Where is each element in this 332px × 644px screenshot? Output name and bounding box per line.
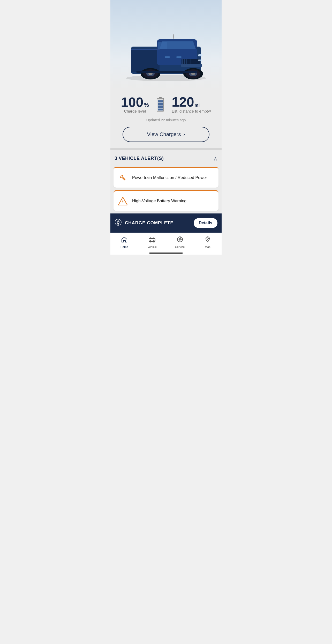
- alert-text-powertrain: Powertrain Malfunction / Reduced Power: [132, 175, 207, 181]
- svg-point-27: [148, 72, 153, 75]
- charge-complete-banner: CHARGE COMPLETE Details: [110, 213, 222, 233]
- distance-unit: MI: [195, 103, 200, 108]
- nav-label-home: Home: [120, 245, 128, 248]
- nav-item-map[interactable]: Map: [194, 236, 222, 248]
- charge-value: 100: [121, 95, 144, 109]
- battery-line-1: [158, 102, 163, 103]
- home-indicator: [110, 250, 222, 255]
- distance-label: Est. distance to empty¹: [172, 109, 211, 114]
- nav-label-map: Map: [205, 245, 210, 248]
- charge-stat: 100 % Charge level: [121, 95, 149, 113]
- nav-item-vehicle[interactable]: Vehicle: [138, 236, 166, 248]
- alerts-title: 3 VEHICLE ALERT(S): [115, 156, 164, 161]
- bottom-nav: Home Vehicle Ser: [110, 233, 222, 250]
- distance-value: 120: [172, 95, 194, 109]
- alerts-header[interactable]: 3 VEHICLE ALERT(S) ∧: [110, 150, 222, 167]
- map-icon: [204, 236, 211, 244]
- svg-rect-30: [176, 56, 182, 58]
- vehicle-icon: [148, 236, 156, 244]
- svg-rect-28: [136, 71, 197, 73]
- svg-point-48: [207, 238, 208, 239]
- view-chargers-button[interactable]: View Chargers ›: [123, 127, 209, 142]
- battery-line-3: [158, 108, 163, 109]
- alert-card-battery[interactable]: High-Voltage Battery Warning: [114, 190, 218, 211]
- nav-item-service[interactable]: Service: [166, 236, 194, 248]
- svg-rect-31: [196, 47, 199, 49]
- hero-section: F: [110, 0, 222, 88]
- svg-rect-17: [198, 60, 202, 61]
- charge-complete-left: CHARGE COMPLETE: [115, 219, 173, 227]
- charge-label: Charge level: [124, 109, 146, 113]
- nav-label-vehicle: Vehicle: [148, 245, 157, 248]
- view-chargers-label: View Chargers: [147, 131, 181, 137]
- alerts-section: 3 VEHICLE ALERT(S) ∧ Powertrain Malfunct…: [110, 150, 222, 233]
- battery-fill: [158, 100, 163, 111]
- svg-rect-16: [198, 54, 202, 56]
- distance-stat: 120 MI Est. distance to empty¹: [172, 95, 211, 114]
- svg-rect-2: [131, 49, 160, 72]
- service-icon: [177, 236, 183, 244]
- battery-line-2: [158, 105, 163, 106]
- section-divider: [110, 148, 222, 150]
- updated-text: Updated 22 minutes ago: [146, 118, 186, 122]
- alerts-list: Powertrain Malfunction / Reduced Power H…: [110, 167, 222, 211]
- truck-image: F: [117, 18, 215, 85]
- nav-label-service: Service: [175, 245, 185, 248]
- alert-card-powertrain[interactable]: Powertrain Malfunction / Reduced Power: [114, 167, 218, 188]
- svg-rect-4: [158, 42, 167, 49]
- home-indicator-bar: [149, 253, 183, 254]
- warning-triangle-icon: [118, 196, 128, 206]
- nav-item-home[interactable]: Home: [110, 236, 138, 248]
- alert-text-battery: High-Voltage Battery Warning: [132, 198, 186, 204]
- battery-icon: [156, 97, 165, 112]
- details-button[interactable]: Details: [194, 218, 217, 228]
- plug-icon: [115, 219, 122, 227]
- charge-complete-text: CHARGE COMPLETE: [125, 220, 173, 226]
- home-icon: [121, 236, 128, 244]
- svg-point-23: [191, 72, 195, 75]
- svg-rect-19: [131, 49, 160, 50]
- wrench-icon: [118, 173, 128, 183]
- status-section: 100 % Charge level 120 MI Est. distance: [110, 88, 222, 148]
- stats-row: 100 % Charge level 120 MI Est. distance: [117, 95, 215, 114]
- truck-svg: F: [117, 18, 215, 85]
- charge-symbol: %: [144, 102, 149, 108]
- svg-rect-18: [181, 64, 202, 67]
- svg-rect-33: [122, 177, 126, 180]
- chevron-right-icon: ›: [183, 132, 185, 137]
- svg-rect-29: [165, 56, 170, 58]
- battery-body: [157, 98, 164, 112]
- svg-line-32: [173, 34, 174, 39]
- chevron-up-icon: ∧: [214, 156, 217, 162]
